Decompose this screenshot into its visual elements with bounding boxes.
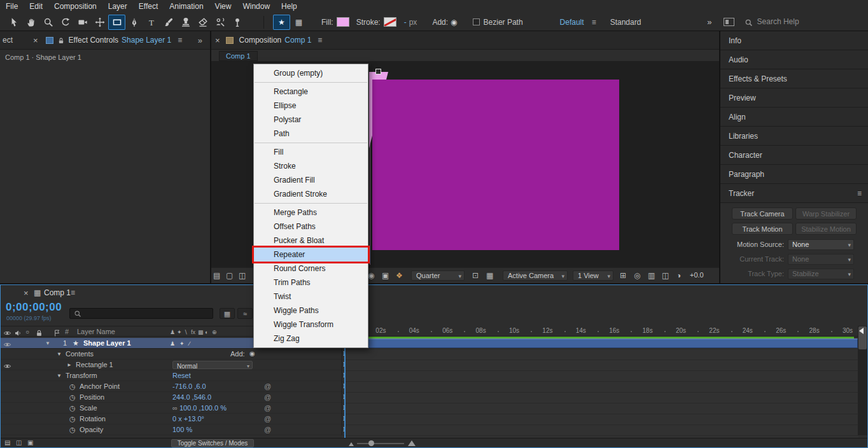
panel-menu-icon[interactable]: ≡: [318, 36, 322, 45]
puppet-pin-tool[interactable]: [228, 15, 246, 30]
panel-tab-audio[interactable]: Audio: [720, 50, 868, 69]
timeline-row-position[interactable]: ◷Position244.0 ,546.0@: [1, 392, 342, 403]
fast-previews-icon[interactable]: ◎: [634, 270, 640, 281]
fill-color-swatch[interactable]: [337, 17, 349, 27]
toggle-switches-modes-button[interactable]: Toggle Switches / Modes: [171, 439, 254, 447]
panel-tab-info[interactable]: Info: [720, 31, 868, 50]
motion-source-dropdown[interactable]: None▾: [788, 239, 854, 250]
twirl-open-icon[interactable]: ▼: [57, 371, 62, 381]
hand-tool[interactable]: [22, 15, 39, 30]
panel-tab-paragraph[interactable]: Paragraph: [720, 165, 868, 184]
toolbar-overflow-icon[interactable]: »: [707, 17, 711, 27]
zoom-out-icon[interactable]: [349, 442, 354, 446]
frame-blend-column-icon[interactable]: ▩: [198, 327, 204, 337]
resolution-dropdown[interactable]: Quarter▾: [411, 270, 465, 281]
zoom-in-icon[interactable]: [408, 440, 416, 446]
audio-column-icon[interactable]: [14, 327, 22, 337]
menu-item-wiggle-transform[interactable]: Wiggle Transform: [254, 318, 368, 332]
menu-item-path[interactable]: Path: [254, 127, 368, 141]
twirl-closed-icon[interactable]: ►: [67, 360, 72, 370]
timeline-tab-label[interactable]: Comp 1: [44, 288, 71, 297]
timeline-row-transform[interactable]: ▼TransformReset: [1, 370, 342, 381]
stopwatch-icon[interactable]: ◷: [69, 424, 76, 435]
timeline-row-rotation[interactable]: ◷Rotation0 x +13.0°@: [1, 414, 342, 424]
pickwhip-icon[interactable]: @: [264, 414, 271, 424]
panel-menu-icon[interactable]: ≡: [178, 36, 182, 45]
menu-item-zig-zag[interactable]: Zig Zag: [254, 332, 368, 346]
zoom-slider[interactable]: [357, 443, 404, 444]
layer-name-column-label[interactable]: Layer Name: [77, 326, 115, 337]
mini-flowchart-icon[interactable]: ▤: [213, 270, 220, 281]
comparison-view-icon[interactable]: ◫: [239, 270, 246, 281]
effect-controls-tab[interactable]: Effect Controls: [69, 36, 118, 45]
type-tool[interactable]: T: [143, 15, 160, 30]
pen-tool[interactable]: [125, 15, 143, 30]
pickwhip-icon[interactable]: @: [264, 424, 271, 435]
row-label-opacity[interactable]: Opacity: [80, 424, 103, 435]
reset-link[interactable]: Reset: [172, 370, 191, 381]
row-label-transform[interactable]: Transform: [66, 370, 97, 381]
close-panel-icon[interactable]: ×: [33, 36, 38, 45]
panel-menu-icon[interactable]: ≡: [71, 288, 75, 297]
pixel-aspect-icon[interactable]: ⊞: [620, 270, 626, 281]
roto-brush-tool[interactable]: [211, 15, 228, 30]
time-ruler[interactable]: 02s04s06s08s10s12s14s16s18s20s22s24s26s2…: [342, 326, 858, 337]
fill-label[interactable]: Fill:: [321, 18, 333, 27]
add-label[interactable]: Add:: [230, 349, 245, 359]
menu-animation[interactable]: Animation: [164, 0, 209, 13]
pickwhip-icon[interactable]: @: [264, 381, 271, 391]
flowchart-icon[interactable]: ◫: [662, 270, 669, 281]
menu-composition[interactable]: Composition: [48, 0, 102, 13]
workspace-selector[interactable]: Default: [560, 18, 584, 27]
panel-overflow-icon[interactable]: »: [198, 36, 202, 45]
row-label-rectangle-1[interactable]: Rectangle 1: [76, 360, 113, 370]
workspace-bar-icon[interactable]: [724, 18, 734, 26]
layer-eye-icon[interactable]: [3, 339, 11, 349]
close-panel-icon[interactable]: ×: [24, 288, 29, 298]
row-label-anchor-point[interactable]: Anchor Point: [80, 381, 120, 391]
menu-item-polystar[interactable]: Polystar: [254, 113, 368, 127]
zoom-slider-handle[interactable]: [368, 440, 374, 446]
menu-item-fill[interactable]: Fill: [254, 145, 368, 159]
menu-item-gradient-stroke[interactable]: Gradient Stroke: [254, 187, 368, 201]
reset-exposure-icon[interactable]: ◑: [676, 270, 681, 281]
panel-menu-icon[interactable]: ≡: [857, 189, 862, 198]
help-search-input[interactable]: Search Help: [745, 17, 799, 26]
expand-in-out-icon[interactable]: ▣: [27, 439, 33, 446]
active-camera-dropdown[interactable]: Active Camera▾: [503, 270, 568, 281]
transparency-grid-icon[interactable]: ▦: [486, 270, 493, 281]
stopwatch-icon[interactable]: ◷: [69, 403, 76, 413]
shy-column-icon[interactable]: ♟: [170, 327, 175, 337]
tool-creates-shape-button[interactable]: ★: [273, 15, 290, 30]
current-timecode[interactable]: 0;00;00;00: [6, 301, 62, 314]
value-anchor-point[interactable]: -716.0 ,6.0: [172, 381, 206, 391]
track-camera-button[interactable]: Track Camera: [732, 207, 793, 220]
monitor-icon[interactable]: ▢: [226, 270, 233, 281]
menu-help[interactable]: Help: [276, 0, 303, 13]
add-label[interactable]: Add:: [432, 18, 448, 27]
menu-item-merge-paths[interactable]: Merge Paths: [254, 206, 368, 220]
layer-name[interactable]: Shape Layer 1: [83, 338, 131, 348]
layer-twirl-open-icon[interactable]: ▼: [45, 339, 50, 349]
timeline-row-contents[interactable]: ▼ContentsAdd:◉: [1, 349, 342, 360]
close-panel-icon[interactable]: ×: [215, 36, 220, 45]
snapshot-icon[interactable]: ◉: [368, 270, 374, 281]
selection-tool[interactable]: [5, 15, 22, 30]
lock-icon[interactable]: [57, 36, 65, 45]
rotation-tool[interactable]: [57, 15, 74, 30]
eye-icon[interactable]: [3, 360, 11, 370]
solo-column-icon[interactable]: ○: [25, 327, 29, 337]
menu-item-wiggle-paths[interactable]: Wiggle Paths: [254, 304, 368, 318]
view-layout-dropdown[interactable]: 1 View▾: [573, 270, 613, 281]
stopwatch-icon[interactable]: ◷: [69, 392, 76, 402]
track-type-dropdown[interactable]: Stabilize▾: [788, 269, 854, 279]
pickwhip-icon[interactable]: @: [264, 403, 271, 413]
stabilize-motion-button[interactable]: Stabilize Motion: [795, 223, 857, 235]
project-tab-fragment[interactable]: ect: [3, 36, 13, 45]
menu-item-offset-paths[interactable]: Offset Paths: [254, 220, 368, 234]
bezier-path-checkbox[interactable]: [473, 18, 480, 25]
tool-creates-mask-button[interactable]: ▦: [290, 15, 307, 30]
add-shape-icon[interactable]: ◉: [451, 18, 457, 27]
menu-item-trim-paths[interactable]: Trim Paths: [254, 276, 368, 290]
stroke-color-swatch[interactable]: [384, 17, 396, 27]
